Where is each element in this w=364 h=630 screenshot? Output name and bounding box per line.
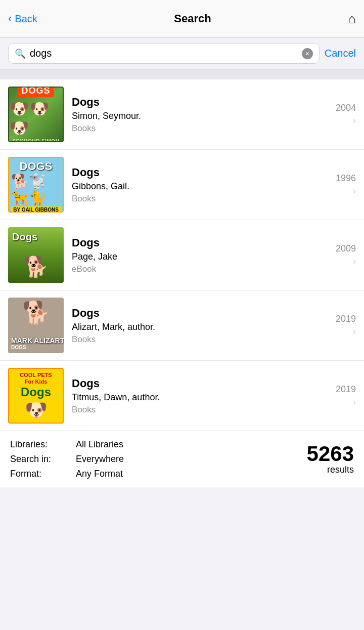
book-info: Dogs Gibbons, Gail. Books: [72, 166, 331, 204]
book-title: Dogs: [72, 166, 331, 179]
cancel-button[interactable]: Cancel: [325, 48, 356, 59]
back-button[interactable]: ‹ Back: [8, 13, 37, 25]
back-chevron-icon: ‹: [8, 13, 12, 24]
book-cover-3: Dogs 🐕: [8, 227, 64, 283]
format-value[interactable]: Any Format: [76, 469, 123, 479]
results-label: results: [307, 465, 354, 475]
chevron-right-icon: ›: [353, 115, 356, 126]
book-author: Gibbons, Gail.: [72, 181, 331, 192]
book-year: 2019: [336, 314, 356, 324]
search-in-value[interactable]: Everywhere: [76, 454, 124, 465]
list-item[interactable]: DOGS 🐶🐶🐶 SEYMOUR SIMON Dogs Simon, Seymo…: [0, 79, 364, 150]
book-meta: 2019 ›: [336, 384, 356, 407]
list-item[interactable]: DOGS 🐕🐩🦮🐈 BY GAIL GIBBONS Dogs Gibbons, …: [0, 150, 364, 220]
back-label: Back: [15, 13, 37, 25]
book-info: Dogs Alizart, Mark, author. Books: [72, 307, 331, 345]
book-title: Dogs: [72, 96, 331, 109]
book-cover-4: 🐕 MARK ALIZART DOGS: [8, 298, 64, 353]
format-label: Format:: [10, 469, 76, 479]
list-item[interactable]: 🐕 MARK ALIZART DOGS Dogs Alizart, Mark, …: [0, 290, 364, 361]
book-info: Dogs Simon, Seymour. Books: [72, 96, 331, 134]
book-type: Books: [72, 123, 331, 134]
footer-format-row: Format: Any Format: [10, 469, 307, 479]
clear-icon: ×: [305, 50, 309, 57]
book-author: Simon, Seymour.: [72, 111, 331, 121]
book-author: Page, Jake: [72, 251, 331, 262]
search-input-wrapper: 🔍 dogs ×: [8, 43, 320, 64]
footer-search-in-row: Search in: Everywhere: [10, 454, 307, 465]
libraries-value[interactable]: All Libraries: [76, 439, 123, 450]
book-cover-1: DOGS 🐶🐶🐶 SEYMOUR SIMON: [8, 87, 64, 142]
home-icon[interactable]: ⌂: [348, 11, 356, 27]
book-type: Books: [72, 194, 331, 204]
page-title: Search: [174, 12, 211, 25]
book-type: Books: [72, 405, 331, 415]
chevron-right-icon: ›: [353, 397, 356, 407]
book-meta: 2019 ›: [336, 314, 356, 337]
results-list: DOGS 🐶🐶🐶 SEYMOUR SIMON Dogs Simon, Seymo…: [0, 79, 364, 431]
chevron-right-icon: ›: [353, 326, 356, 337]
navigation-bar: ‹ Back Search ⌂: [0, 0, 364, 38]
chevron-right-icon: ›: [353, 186, 356, 196]
book-info: Dogs Page, Jake eBook: [72, 236, 331, 274]
book-cover-2: DOGS 🐕🐩🦮🐈 BY GAIL GIBBONS: [8, 157, 64, 213]
book-title: Dogs: [72, 307, 331, 320]
book-year: 2009: [336, 243, 356, 254]
section-divider: [0, 69, 364, 79]
book-meta: 2004 ›: [336, 103, 356, 126]
book-year: 1996: [336, 173, 356, 184]
search-input[interactable]: dogs: [30, 48, 298, 59]
search-icon: 🔍: [15, 48, 26, 59]
book-meta: 1996 ›: [336, 173, 356, 196]
book-year: 2019: [336, 384, 356, 395]
book-info: Dogs Titmus, Dawn, author. Books: [72, 377, 331, 415]
footer-filters: Libraries: All Libraries Search in: Ever…: [10, 439, 307, 479]
list-item[interactable]: Dogs 🐕 Dogs Page, Jake eBook 2009 ›: [0, 220, 364, 290]
results-count: 5263: [307, 443, 354, 465]
book-type: Books: [72, 334, 331, 345]
libraries-label: Libraries:: [10, 439, 76, 450]
book-cover-5: COOL PETSFor Kids Dogs 🐶: [8, 368, 64, 424]
footer-section: Libraries: All Libraries Search in: Ever…: [0, 431, 364, 487]
book-author: Titmus, Dawn, author.: [72, 392, 331, 403]
book-meta: 2009 ›: [336, 243, 356, 267]
list-item[interactable]: COOL PETSFor Kids Dogs 🐶 Dogs Titmus, Da…: [0, 361, 364, 431]
book-year: 2004: [336, 103, 356, 113]
search-in-label: Search in:: [10, 454, 76, 465]
book-title: Dogs: [72, 236, 331, 249]
book-type: eBook: [72, 264, 331, 274]
book-title: Dogs: [72, 377, 331, 390]
chevron-right-icon: ›: [353, 256, 356, 267]
footer-results: 5263 results: [307, 443, 354, 475]
search-bar: 🔍 dogs × Cancel: [0, 38, 364, 69]
clear-search-button[interactable]: ×: [302, 48, 313, 59]
book-author: Alizart, Mark, author.: [72, 322, 331, 332]
footer-libraries-row: Libraries: All Libraries: [10, 439, 307, 450]
